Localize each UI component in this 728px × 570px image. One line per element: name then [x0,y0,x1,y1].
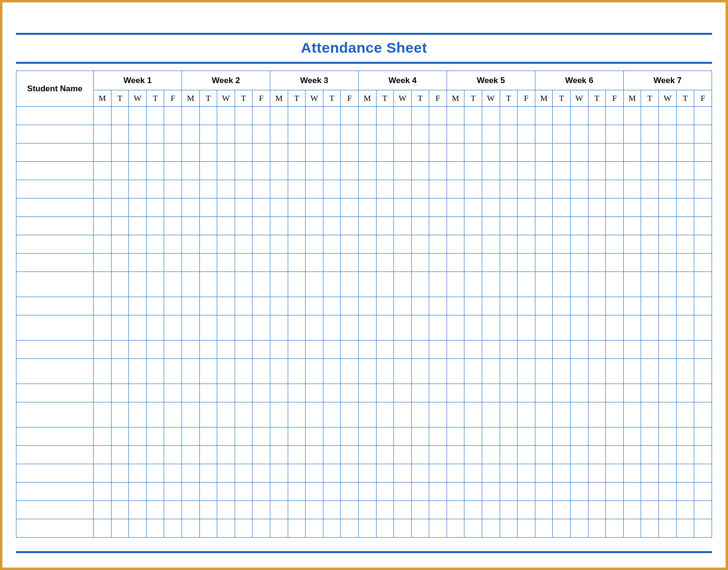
cell-attendance[interactable] [447,272,464,297]
cell-attendance[interactable] [518,359,535,384]
cell-attendance[interactable] [111,272,129,297]
cell-attendance[interactable] [146,125,164,143]
cell-attendance[interactable] [235,341,252,359]
cell-attendance[interactable] [447,143,464,162]
cell-attendance[interactable] [623,107,641,125]
cell-attendance[interactable] [270,483,288,501]
cell-attendance[interactable] [394,180,412,199]
cell-attendance[interactable] [111,297,129,315]
cell-attendance[interactable] [606,107,624,125]
cell-attendance[interactable] [500,464,518,483]
cell-attendance[interactable] [482,125,500,143]
cell-attendance[interactable] [394,217,412,235]
cell-attendance[interactable] [217,143,235,162]
cell-attendance[interactable] [235,428,252,446]
cell-attendance[interactable] [111,254,129,272]
cell-student-name[interactable] [16,180,94,199]
cell-attendance[interactable] [482,384,500,402]
cell-attendance[interactable] [447,297,464,315]
cell-attendance[interactable] [306,501,323,519]
cell-attendance[interactable] [394,428,412,446]
cell-attendance[interactable] [429,446,447,464]
cell-attendance[interactable] [429,483,447,501]
cell-attendance[interactable] [482,235,500,254]
cell-attendance[interactable] [376,107,394,125]
cell-attendance[interactable] [235,125,252,143]
cell-attendance[interactable] [164,483,182,501]
cell-attendance[interactable] [588,428,606,446]
cell-attendance[interactable] [571,143,588,162]
cell-attendance[interactable] [694,254,712,272]
cell-attendance[interactable] [588,125,606,143]
cell-attendance[interactable] [270,297,288,315]
cell-attendance[interactable] [394,446,412,464]
cell-attendance[interactable] [306,315,323,341]
cell-attendance[interactable] [571,402,588,428]
cell-attendance[interactable] [606,402,624,428]
cell-attendance[interactable] [500,107,518,125]
cell-attendance[interactable] [641,483,659,501]
cell-attendance[interactable] [659,107,677,125]
cell-attendance[interactable] [146,254,164,272]
cell-attendance[interactable] [694,199,712,217]
cell-attendance[interactable] [252,143,270,162]
cell-attendance[interactable] [341,359,359,384]
cell-attendance[interactable] [376,483,394,501]
cell-attendance[interactable] [288,125,306,143]
cell-attendance[interactable] [376,464,394,483]
cell-attendance[interactable] [659,315,677,341]
cell-attendance[interactable] [252,402,270,428]
cell-attendance[interactable] [146,315,164,341]
cell-attendance[interactable] [447,180,464,199]
cell-student-name[interactable] [16,483,94,501]
cell-attendance[interactable] [358,297,376,315]
cell-attendance[interactable] [411,107,429,125]
cell-attendance[interactable] [306,143,323,162]
cell-attendance[interactable] [676,297,694,315]
cell-attendance[interactable] [694,483,712,501]
cell-attendance[interactable] [288,384,306,402]
cell-attendance[interactable] [252,199,270,217]
cell-attendance[interactable] [588,162,606,180]
cell-attendance[interactable] [94,384,112,402]
cell-attendance[interactable] [482,199,500,217]
cell-attendance[interactable] [270,446,288,464]
cell-attendance[interactable] [429,107,447,125]
cell-attendance[interactable] [358,402,376,428]
cell-attendance[interactable] [482,107,500,125]
cell-attendance[interactable] [641,384,659,402]
cell-attendance[interactable] [323,180,341,199]
cell-attendance[interactable] [217,519,235,538]
cell-student-name[interactable] [16,315,94,341]
cell-attendance[interactable] [182,199,199,217]
cell-attendance[interactable] [111,446,129,464]
cell-attendance[interactable] [323,384,341,402]
cell-attendance[interactable] [376,359,394,384]
cell-attendance[interactable] [394,359,412,384]
cell-attendance[interactable] [623,162,641,180]
cell-attendance[interactable] [535,501,553,519]
cell-attendance[interactable] [217,180,235,199]
cell-attendance[interactable] [464,162,482,180]
cell-attendance[interactable] [341,341,359,359]
cell-attendance[interactable] [482,483,500,501]
cell-attendance[interactable] [535,217,553,235]
cell-attendance[interactable] [376,501,394,519]
cell-attendance[interactable] [659,501,677,519]
cell-attendance[interactable] [358,254,376,272]
cell-attendance[interactable] [129,384,147,402]
cell-attendance[interactable] [217,297,235,315]
cell-attendance[interactable] [217,384,235,402]
cell-attendance[interactable] [411,446,429,464]
cell-student-name[interactable] [16,107,94,125]
cell-attendance[interactable] [235,402,252,428]
cell-attendance[interactable] [288,217,306,235]
cell-attendance[interactable] [252,254,270,272]
cell-attendance[interactable] [146,272,164,297]
cell-attendance[interactable] [606,483,624,501]
cell-attendance[interactable] [411,384,429,402]
cell-attendance[interactable] [323,143,341,162]
cell-attendance[interactable] [518,217,535,235]
cell-attendance[interactable] [182,143,199,162]
cell-attendance[interactable] [411,143,429,162]
